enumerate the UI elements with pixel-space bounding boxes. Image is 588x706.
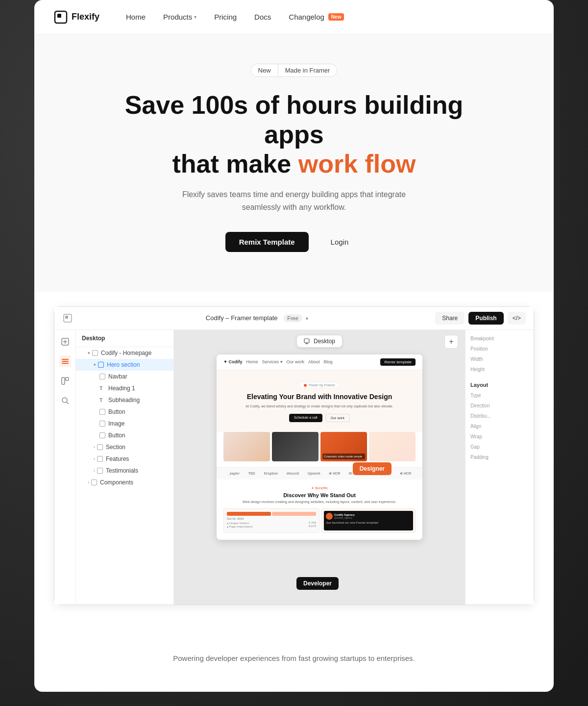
layer-features[interactable]: › Features: [76, 453, 173, 465]
desktop-icon: [304, 338, 310, 344]
login-button[interactable]: Login: [317, 231, 363, 252]
svg-line-13: [67, 402, 69, 404]
preview-btn2: Our work: [325, 414, 350, 422]
layer-components[interactable]: › Components: [76, 477, 173, 488]
code-button[interactable]: </>: [508, 312, 526, 325]
layer-section[interactable]: › Section: [76, 441, 173, 453]
folder-icon: [91, 479, 97, 485]
hero-title-highlight: work flow: [298, 150, 416, 178]
chevron-icon: ▾: [94, 362, 96, 367]
nav-home[interactable]: Home: [119, 10, 152, 24]
framer-icon-sidebar: [54, 330, 76, 605]
framer-mockup: Codify – Framer template Free ▾ Share Pu…: [54, 306, 534, 605]
svg-rect-8: [62, 361, 69, 362]
search-icon[interactable]: [59, 395, 71, 406]
chevron-right-icon: ›: [94, 468, 95, 473]
nav-changelog[interactable]: Changelog New: [282, 10, 351, 24]
preview-card-2: Codify Agency @codify_agency Just launch…: [321, 508, 416, 533]
framer-right-panel: Breakpoint Position Width Height Layout …: [465, 330, 534, 605]
hero-title: Save 100s of hours building apps that ma…: [122, 91, 466, 178]
layers-icon[interactable]: [59, 355, 71, 367]
image-icon: [99, 421, 105, 427]
preview-hero-sub: At Codify, we blend artistry and strateg…: [223, 404, 416, 409]
layout-section-label: Layout: [470, 382, 529, 388]
layer-subheading[interactable]: T Subheading: [76, 394, 173, 406]
hero-tags: New Made in Framer: [54, 64, 534, 77]
framer-logo-icon: [62, 313, 73, 324]
section-icon: [98, 362, 104, 368]
preview-img-2: [272, 432, 318, 461]
logo-icon: [54, 10, 68, 24]
preview-navbar: ✦ Codify Home Services ▾ Our work About …: [217, 354, 422, 370]
preview-section2-title: Discover Why We Stand Out: [223, 492, 416, 498]
hero-section: New Made in Framer Save 100s of hours bu…: [34, 34, 554, 292]
developer-tooltip: Developer: [296, 577, 339, 590]
preview-btn1: Schedule a call: [289, 414, 322, 422]
layer-button-2[interactable]: Button: [76, 429, 173, 441]
framer-layers-panel: Desktop ▾ Codify - Homepage ▾ Hero secti…: [76, 330, 174, 605]
add-layer-icon[interactable]: [59, 336, 71, 348]
preview-section2: ✦ Benefits Discover Why We Stand Out Web…: [217, 479, 422, 540]
preview-cards: Oct 10, 2024 ▴ Unique Visitors4,768 ▴ Pa…: [223, 508, 416, 533]
canvas-add-button[interactable]: +: [444, 335, 458, 349]
layer-image[interactable]: Image: [76, 418, 173, 429]
share-button[interactable]: Share: [435, 312, 465, 325]
hero-tag-framer: Made in Framer: [278, 64, 337, 76]
direction-label: Direction: [470, 403, 529, 408]
hero-tag-container: New Made in Framer: [251, 64, 338, 77]
text-icon: T: [99, 385, 105, 391]
layer-navbar[interactable]: Navbar: [76, 371, 173, 382]
padding-label: Padding: [470, 454, 529, 460]
changelog-badge: New: [328, 13, 344, 21]
svg-rect-10: [62, 378, 65, 384]
hero-subtitle: Flexify saves teams time and energy buil…: [176, 188, 412, 213]
preview-nav-links: Home Services ▾ Our work About Blog: [246, 359, 377, 364]
preview-images: Cinematic video made simple: [217, 432, 422, 467]
height-label: Height: [470, 367, 529, 372]
canvas-toolbar: Desktop: [296, 335, 343, 348]
svg-rect-1: [57, 14, 61, 18]
preview-logo: ✦ Codify: [223, 359, 243, 364]
framer-topbar: Codify – Framer template Free ▾ Share Pu…: [54, 307, 534, 330]
chevron-right-icon: ›: [88, 480, 89, 485]
type-label: Type: [470, 393, 529, 398]
nav-docs[interactable]: Docs: [247, 10, 278, 24]
svg-rect-3: [65, 316, 68, 319]
layer-heading1[interactable]: T Heading 1: [76, 382, 173, 394]
preview-img-3: Cinematic video made simple: [320, 432, 367, 461]
svg-rect-7: [62, 359, 69, 360]
distribute-label: Distribu...: [470, 413, 529, 419]
preview-hero: Power by Framer Elevating Your Brand wit…: [217, 370, 422, 432]
breakpoint-label: Breakpoint: [470, 336, 529, 341]
layer-hero-section[interactable]: ▾ Hero section: [76, 359, 173, 371]
nav-pricing[interactable]: Pricing: [207, 10, 244, 24]
text-icon: T: [99, 397, 105, 403]
logo[interactable]: Flexify: [54, 10, 99, 24]
framer-canvas[interactable]: Desktop + ✦ Codify Home Services ▾ Our w…: [174, 330, 465, 605]
framer-free-badge: Free: [283, 314, 302, 322]
align-label: Align: [470, 424, 529, 429]
svg-rect-9: [62, 363, 69, 364]
layer-codify-homepage[interactable]: ▾ Codify - Homepage: [76, 347, 173, 359]
preview-hero-title: Elevating Your Brand with Innovative Des…: [223, 392, 416, 401]
framer-body: Desktop ▾ Codify - Homepage ▾ Hero secti…: [54, 330, 534, 605]
position-label: Position: [470, 346, 529, 352]
svg-rect-11: [66, 378, 69, 380]
svg-point-12: [62, 398, 67, 403]
remix-template-button[interactable]: Remix Template: [225, 232, 309, 252]
nav-products[interactable]: Products ▾: [156, 10, 203, 24]
assets-icon[interactable]: [59, 375, 71, 387]
preview-buttons: Schedule a call Our work: [223, 414, 416, 422]
layer-testimonials[interactable]: › Testimonials: [76, 465, 173, 477]
preview-card-1: Oct 10, 2024 ▴ Unique Visitors4,768 ▴ Pa…: [223, 508, 319, 533]
page-icon: [92, 350, 98, 356]
chevron-down-icon: ▾: [306, 316, 308, 321]
component-icon: [99, 374, 105, 379]
layer-button-1[interactable]: Button: [76, 406, 173, 418]
chevron-right-icon: ›: [94, 456, 95, 461]
canvas-preview: ✦ Codify Home Services ▾ Our work About …: [217, 354, 422, 540]
publish-button[interactable]: Publish: [468, 312, 503, 325]
svg-rect-14: [304, 339, 309, 343]
component-icon: [99, 432, 105, 438]
designer-tooltip: Designer: [353, 462, 392, 475]
